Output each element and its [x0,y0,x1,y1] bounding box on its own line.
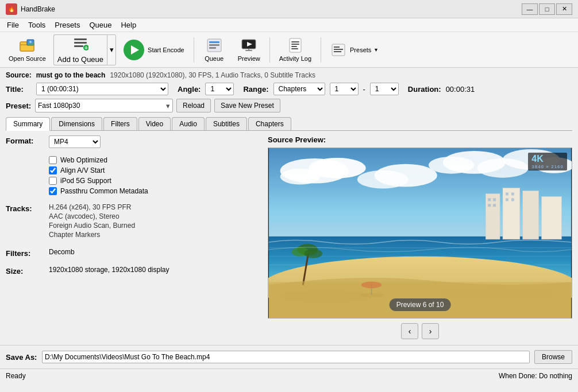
ipod5g-checkbox[interactable] [49,177,57,185]
svg-point-33 [375,164,437,187]
svg-rect-54 [493,204,496,207]
menu-help[interactable]: Help [116,20,141,30]
tracks-label: Tracks: [6,203,43,213]
svg-rect-53 [488,204,491,207]
ipod5g-label: iPod 5G Support [60,177,111,185]
title-bar: 🔥 HandBrake — □ ✕ [0,0,578,18]
svg-rect-20 [291,41,299,42]
maximize-button[interactable]: □ [539,3,555,15]
source-info: 1920x1080 (1920x1080), 30 FPS, 1 Audio T… [110,71,315,79]
preview-prev-button[interactable]: ‹ [401,323,418,339]
title-label: Title: [6,85,32,94]
size-value: 1920x1080 storage, 1920x1080 display [49,266,169,274]
range-type-select[interactable]: Chapters [273,83,325,95]
save-new-preset-button[interactable]: Save New Preset [214,99,280,112]
menu-presets[interactable]: Presets [50,20,84,30]
tab-summary[interactable]: Summary [6,117,50,131]
title-select[interactable]: 1 (00:00:31) [36,83,168,95]
when-done-label: When Done: [499,372,537,380]
source-filename: must go to the beach [36,71,106,79]
format-row: Format: MP4 MKV WebM [6,135,261,148]
track-2: AAC (avcodec), Stereo [49,212,261,220]
format-select[interactable]: MP4 MKV WebM [49,135,101,148]
duration-label: Duration: [408,85,441,94]
menu-queue[interactable]: Queue [84,20,116,30]
align-av-label: Align A/V Start [60,166,105,174]
svg-rect-51 [488,198,491,201]
save-path-input[interactable]: D:\My Documents\Videos\Must Go To The Be… [42,351,530,363]
range-from-select[interactable]: 1 [330,83,359,95]
add-to-queue-button[interactable]: + Add to Queue [53,34,107,65]
queue-button[interactable]: Queue [198,34,230,65]
preview-nav: ‹ › [268,323,572,339]
svg-rect-47 [485,193,500,239]
tab-audio[interactable]: Audio [172,117,205,130]
menu-tools[interactable]: Tools [24,20,50,30]
svg-rect-13 [209,44,219,46]
title-row: Title: 1 (00:00:31) Angle: 1 Range: Chap… [6,83,572,95]
open-source-button[interactable]: Open Source [3,34,51,65]
tab-subtitles[interactable]: Subtitles [206,117,247,130]
add-to-queue-icon: + [72,36,88,53]
svg-rect-58 [511,198,514,201]
tab-dimensions[interactable]: Dimensions [51,117,102,130]
svg-rect-27 [334,51,341,52]
tab-filters[interactable]: Filters [103,117,137,130]
tabs-bar: Summary Dimensions Filters Video Audio S… [6,117,572,131]
svg-text:+: + [84,45,88,51]
preset-dropdown-arrow[interactable]: ▾ [164,102,172,110]
activity-log-icon [287,37,303,53]
preview-next-button[interactable]: › [422,323,439,339]
filters-row: Filters: Decomb [6,248,261,258]
preview-button[interactable]: Preview [233,34,265,65]
menu-file[interactable]: File [2,20,24,30]
activity-log-label: Activity Log [279,55,311,62]
toolbar: Open Source + Add to Queue ▾ Start Encod… [0,32,578,68]
track-1: H.264 (x264), 30 FPS PFR [49,203,261,211]
add-to-queue-label: Add to Queue [57,55,103,64]
range-to-select[interactable]: 1 [370,83,399,95]
add-to-queue-dropdown[interactable]: ▾ [107,34,116,65]
filters-label: Filters: [6,248,43,258]
angle-select[interactable]: 1 [205,83,234,95]
align-av-row: Align A/V Start [49,166,261,174]
activity-log-button[interactable]: Activity Log [274,34,317,65]
preview-image-wrap: 4K 3840 × 2160 Preview 6 of 10 [268,148,572,319]
app-icon: 🔥 [6,3,17,15]
when-done-area: When Done: Do nothing [499,372,572,380]
content-area: Format: MP4 MKV WebM Web Optimized [6,135,572,339]
svg-rect-57 [506,198,508,201]
svg-rect-52 [493,198,496,201]
svg-rect-18 [248,49,249,51]
svg-rect-50 [542,196,562,239]
preview-section-label: Source Preview: [268,135,572,144]
queue-icon [206,37,222,53]
svg-point-31 [280,169,321,185]
when-done-value: Do nothing [539,372,572,380]
passthru-checkbox[interactable] [49,187,57,195]
reload-button[interactable]: Reload [176,99,211,112]
window-controls: — □ ✕ [522,3,572,15]
minimize-button[interactable]: — [522,3,538,15]
svg-rect-25 [334,46,340,48]
tab-chapters[interactable]: Chapters [248,117,291,130]
preset-input[interactable]: Fast 1080p30 [36,99,164,112]
play-icon [124,40,144,60]
preview-label: Preview [238,55,260,62]
start-encode-button[interactable]: Start Encode [118,34,190,65]
status-text: Ready [6,372,26,380]
svg-rect-22 [291,46,297,47]
open-source-label: Open Source [9,55,46,62]
align-av-checkbox[interactable] [49,166,57,174]
checkboxes-group: Web Optimized Align A/V Start iPod 5G Su… [49,156,261,195]
save-as-label: Save As: [6,353,37,362]
close-button[interactable]: ✕ [556,3,572,15]
preview-counter: Preview 6 of 10 [390,298,451,311]
browse-button[interactable]: Browse [534,350,572,364]
presets-button[interactable]: Presets ▾ [325,34,383,65]
svg-point-62 [304,249,322,258]
svg-rect-8 [74,45,83,47]
tab-video[interactable]: Video [138,117,171,130]
presets-icon [330,42,346,58]
web-optimized-checkbox[interactable] [49,156,57,164]
